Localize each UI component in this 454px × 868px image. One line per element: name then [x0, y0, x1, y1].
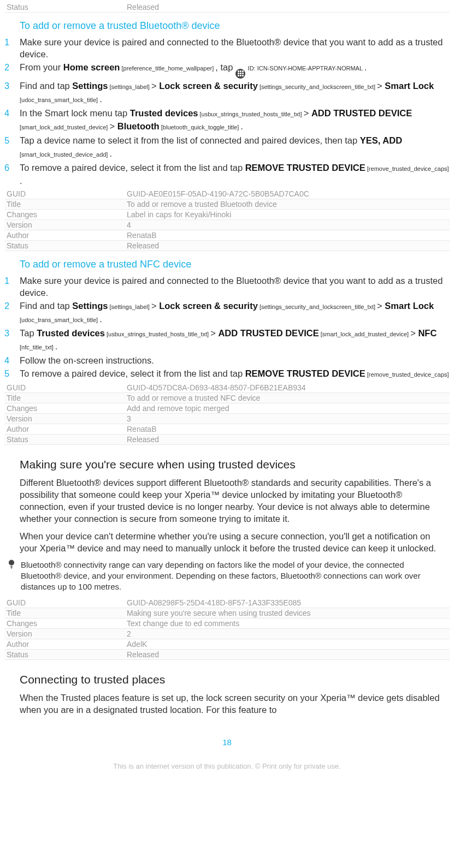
step-row: 3 Find and tap Settings [settings_label]… — [4, 80, 450, 106]
meta-key: GUID — [4, 189, 125, 199]
step-row: 3 Tap Trusted devices [usbux_strings_tru… — [4, 327, 450, 353]
document-page: Status Released To add or remove a trust… — [0, 2, 454, 803]
text: Tap a device name to select it from the … — [20, 135, 360, 145]
meta-key: Author — [4, 639, 125, 649]
step-number: 3 — [4, 80, 20, 92]
text: Find and tap — [20, 301, 72, 311]
ref-id: [remove_trusted_device_caps] — [365, 165, 449, 172]
ui-label-bold: Settings — [72, 81, 108, 91]
ui-label-bold: ADD TRUSTED DEVICE — [311, 108, 412, 118]
meta-key: Version — [4, 219, 125, 230]
text: > — [377, 301, 385, 311]
step-number: 1 — [4, 36, 20, 48]
ui-label-bold: Home screen — [63, 62, 120, 72]
ui-label-bold: Smart Lock — [385, 81, 434, 91]
step-body: To remove a paired device, select it fro… — [20, 162, 450, 187]
text: > — [377, 81, 385, 91]
text: > — [151, 81, 159, 91]
ui-label-bold: REMOVE TRUSTED DEVICE — [245, 163, 365, 173]
step-number: 2 — [4, 61, 20, 73]
meta-key: Status — [4, 649, 125, 659]
text: To remove a paired device, select it fro… — [20, 163, 245, 173]
text: To remove a paired device, select it fro… — [20, 368, 245, 378]
step-row: 2 Find and tap Settings [settings_label]… — [4, 300, 450, 326]
meta-table-top: Status Released — [4, 2, 450, 13]
text: > — [304, 108, 311, 118]
procedure-heading-nfc: To add or remove a trusted NFC device — [20, 259, 450, 270]
meta-key: Status — [4, 434, 125, 444]
meta-val: Released — [125, 649, 450, 659]
ref-id: [udoc_trans_smart_lock_title] — [20, 317, 99, 323]
text: Find and tap — [20, 81, 72, 91]
step-number: 3 — [4, 327, 20, 339]
ui-label-bold: REMOVE TRUSTED DEVICE — [245, 368, 365, 378]
text: From your — [20, 62, 63, 72]
ref-id: ID: ICN-SONY-HOME-APPTRAY-NORMAL — [248, 65, 364, 72]
meta-key: Changes — [4, 618, 125, 628]
text: . — [364, 62, 367, 72]
meta-val: 4 — [125, 219, 450, 230]
meta-key: Author — [4, 230, 125, 240]
ui-label-bold: Lock screen & security — [159, 301, 258, 311]
step-number: 4 — [4, 107, 20, 119]
text: . — [99, 94, 102, 104]
meta-val: Text change due to ed comments — [125, 618, 450, 628]
step-body: Find and tap Settings [settings_label] >… — [20, 80, 450, 106]
tip-block: Bluetooth® connectivity range can vary d… — [8, 560, 445, 592]
meta-val: GUID-AE0E015F-05AD-4190-A72C-5B0B5AD7CA0… — [125, 189, 450, 199]
meta-key: Version — [4, 628, 125, 639]
ui-label-bold: Trusted devices — [37, 328, 105, 338]
step-body: In the Smart lock menu tap Trusted devic… — [20, 107, 450, 133]
ui-label-bold: NFC — [418, 328, 437, 338]
ref-id: [remove_trusted_device_caps] — [365, 371, 449, 378]
meta-val: RenataB — [125, 230, 450, 240]
ref-id: [usbux_strings_trusted_hosts_title_txt] — [198, 111, 304, 117]
step-number: 5 — [4, 367, 20, 379]
step-row: 4 In the Smart lock menu tap Trusted dev… — [4, 107, 450, 133]
text: . — [20, 176, 22, 186]
text: > — [410, 328, 418, 338]
meta-val: GUID-A08298F5-25D4-418D-8F57-1A33F335E08… — [125, 598, 450, 608]
meta-val: 3 — [125, 413, 450, 424]
step-number: 1 — [4, 275, 20, 287]
lightbulb-icon — [8, 560, 19, 572]
paragraph: When the Trusted places feature is set u… — [20, 692, 445, 716]
meta-table-nfc: GUIDGUID-4D57DC8A-D693-4834-8507-DF6B21E… — [4, 383, 450, 445]
meta-val: To add or remove a trusted NFC device — [125, 393, 450, 403]
step-row: 1 Make sure your device is paired and co… — [4, 36, 450, 60]
ref-id: [settings_label] — [108, 304, 151, 310]
step-row: 5 Tap a device name to select it from th… — [4, 134, 450, 160]
ref-id: [usbux_strings_trusted_hosts_title_txt] — [105, 331, 210, 337]
section-heading-places: Connecting to trusted places — [20, 673, 450, 686]
text: > — [210, 328, 218, 338]
step-number: 2 — [4, 300, 20, 312]
apps-tray-icon — [235, 69, 245, 79]
paragraph: When your device can't determine whether… — [20, 530, 445, 554]
meta-val: Released — [125, 434, 450, 444]
procedure-steps-bluetooth: 1 Make sure your device is paired and co… — [4, 36, 450, 187]
ui-label-bold: YES, ADD — [360, 135, 402, 145]
footer-fineprint: This is an internet version of this publ… — [4, 762, 450, 770]
ref-id: [settings_label] — [108, 84, 151, 90]
ref-id: [smart_lock_add_trusted_device] — [20, 124, 109, 130]
ui-label-bold: Bluetooth — [117, 121, 160, 131]
step-body: Follow the on-screen instructions. — [20, 354, 450, 366]
meta-table-secure: GUIDGUID-A08298F5-25D4-418D-8F57-1A33F33… — [4, 598, 450, 660]
text: . — [55, 341, 58, 351]
meta-val: Label in caps for Keyaki/Hinoki — [125, 209, 450, 219]
meta-val: GUID-4D57DC8A-D693-4834-8507-DF6B21EAB93… — [125, 383, 450, 393]
meta-val: RenataB — [125, 424, 450, 434]
step-row: 6 To remove a paired device, select it f… — [4, 162, 450, 187]
meta-key: Status — [4, 240, 125, 251]
step-body: Make sure your device is paired and conn… — [20, 275, 450, 299]
text: In the Smart lock menu tap — [20, 108, 130, 118]
ui-label-bold: Smart Lock — [385, 301, 434, 311]
ref-id: [nfc_title_txt] — [20, 344, 55, 350]
meta-key: Version — [4, 413, 125, 424]
meta-key: GUID — [4, 383, 125, 393]
text: . — [240, 121, 243, 131]
meta-val: 2 — [125, 628, 450, 639]
step-number: 5 — [4, 134, 20, 146]
text: . — [109, 148, 112, 158]
ref-id: [smart_lock_add_trusted_device] — [319, 331, 411, 337]
